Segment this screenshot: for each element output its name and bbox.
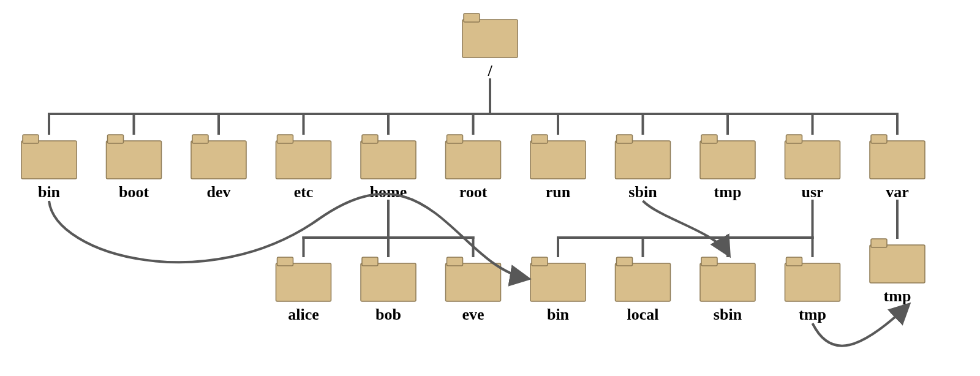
folder-label-boot: boot xyxy=(119,183,149,201)
folder-icon xyxy=(700,257,755,301)
folder-sbin: sbin xyxy=(616,135,671,201)
folder-icon xyxy=(785,135,840,179)
folder-icon xyxy=(616,257,671,301)
folder-root: root xyxy=(446,135,501,201)
folder-home: home xyxy=(361,135,416,201)
folder-icon xyxy=(870,239,925,283)
folder-usr_sbin: sbin xyxy=(700,257,755,323)
filesystem-tree-diagram: /binbootdevetchomerootrunsbintmpusrvaral… xyxy=(0,0,980,376)
folder-label-usr_local: local xyxy=(627,306,659,323)
folder-icon xyxy=(107,135,162,179)
folder-bob: bob xyxy=(361,257,416,323)
folder-usr_local: local xyxy=(616,257,671,323)
folder-label-dev: dev xyxy=(207,183,231,201)
folder-icon xyxy=(276,135,331,179)
folder-label-tmp: tmp xyxy=(714,183,742,201)
folder-label-var_tmp: tmp xyxy=(884,287,911,305)
folder-usr: usr xyxy=(785,135,840,201)
folder-label-run: run xyxy=(546,183,571,201)
folder-label-sbin: sbin xyxy=(628,183,657,201)
folder-ROOT: / xyxy=(462,13,518,80)
folder-bin: bin xyxy=(21,135,77,201)
folder-icon xyxy=(700,135,755,179)
folder-label-root: root xyxy=(459,183,488,201)
folder-icon xyxy=(361,257,416,301)
folder-icon xyxy=(21,135,77,179)
folder-icon xyxy=(462,13,518,58)
folder-icon xyxy=(361,135,416,179)
folder-label-home: home xyxy=(370,183,407,201)
folder-boot: boot xyxy=(107,135,162,201)
folder-eve: eve xyxy=(446,257,501,323)
folder-dev: dev xyxy=(191,135,246,201)
folder-label-alice: alice xyxy=(288,306,319,323)
folder-label-usr: usr xyxy=(801,183,823,201)
folder-run: run xyxy=(530,135,586,201)
folder-label-usr_bin: bin xyxy=(547,306,570,323)
symlink-usr-tmp-to-var-tmp xyxy=(813,305,909,346)
folder-label-eve: eve xyxy=(462,306,484,323)
folder-icon xyxy=(530,135,586,179)
folder-label-ROOT: / xyxy=(487,62,492,80)
folder-icon xyxy=(530,257,586,301)
folder-usr_tmp: tmp xyxy=(785,257,840,323)
folder-icon xyxy=(191,135,246,179)
folder-var_tmp: tmp xyxy=(870,239,925,305)
folder-label-var: var xyxy=(886,183,909,201)
folder-icon xyxy=(446,135,501,179)
folder-alice: alice xyxy=(276,257,331,323)
folder-icon xyxy=(870,135,925,179)
folder-icon xyxy=(785,257,840,301)
folder-label-bin: bin xyxy=(38,183,61,201)
folder-icon xyxy=(616,135,671,179)
folder-label-usr_tmp: tmp xyxy=(799,306,826,323)
folder-tmp: tmp xyxy=(700,135,755,201)
folder-var: var xyxy=(870,135,925,201)
folder-icon xyxy=(276,257,331,301)
folder-etc: etc xyxy=(276,135,331,201)
folder-usr_bin: bin xyxy=(530,257,586,323)
folder-label-bob: bob xyxy=(375,306,401,323)
folder-label-etc: etc xyxy=(294,183,314,201)
symlink-sbin-to-usr-sbin xyxy=(643,201,729,255)
folder-label-usr_sbin: sbin xyxy=(714,306,742,323)
